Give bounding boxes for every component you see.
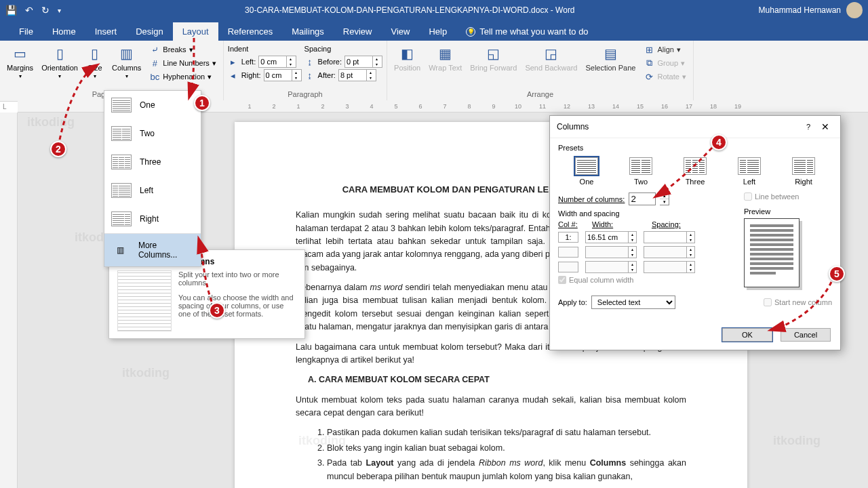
columns-button[interactable]: ▥Columns▾: [109, 43, 144, 89]
numcols-label: Number of columns:: [558, 195, 625, 203]
group-label-paragraph: Paragraph: [228, 89, 382, 98]
preset-right[interactable]: Right: [782, 157, 825, 186]
colnum-header: Col #:: [558, 220, 585, 228]
tooltip-text-1: Split your text into two or more columns…: [178, 270, 296, 287]
numcols-input[interactable]: [629, 192, 656, 205]
indent-left-icon: ▸: [228, 56, 239, 67]
avatar[interactable]: [846, 2, 863, 18]
col1-spacing[interactable]: [644, 231, 687, 243]
tooltip-preview-image: [117, 270, 172, 331]
orientation-button[interactable]: ▯Orientation▾: [39, 43, 81, 89]
indent-left-label: Left:: [241, 58, 256, 66]
width-header: Width:: [592, 220, 645, 228]
redo-icon[interactable]: ↻: [41, 5, 50, 16]
dialog-title: Columns: [557, 122, 800, 131]
columns-two[interactable]: Two: [104, 119, 201, 148]
list-item: Pada tab Layout yang ada di jendela Ribb…: [327, 457, 686, 483]
quick-access-toolbar: 💾 ↶ ↻ ▾: [5, 5, 61, 16]
start-new-column-checkbox[interactable]: Start new column: [764, 298, 832, 306]
tab-file[interactable]: File: [9, 22, 43, 41]
document-title: 30-CARA-MEMBUAT-KOLOM-DAN-PENGATURAN-LEN…: [61, 5, 759, 15]
linenumbers-button[interactable]: #Line Numbers▾: [146, 57, 218, 69]
group-objects-button: ⧉Group▾: [641, 57, 688, 69]
col1-width[interactable]: [585, 231, 629, 243]
tab-references[interactable]: References: [218, 22, 282, 41]
line-between-checkbox[interactable]: Line between: [744, 192, 832, 201]
annotation-badge-1: 1: [194, 95, 210, 111]
dialog-close-icon[interactable]: ✕: [817, 121, 833, 132]
annotation-badge-4: 4: [711, 134, 727, 150]
indent-left-input[interactable]: ▴▾: [258, 56, 296, 68]
preset-three[interactable]: Three: [673, 157, 717, 186]
ruler-vertical[interactable]: [0, 113, 18, 488]
spacing-after-input[interactable]: ▴▾: [338, 69, 376, 81]
columns-dialog: Columns ? ✕ Presets One Two Three Left R…: [549, 115, 841, 350]
tell-me-search[interactable]: 💡 Tell me what you want to do: [456, 22, 597, 41]
col3-spacing: [644, 261, 687, 273]
spacing-before-input[interactable]: ▴▾: [344, 56, 382, 68]
size-button[interactable]: ▯Size▾: [83, 43, 106, 89]
ribbon-tab-row: File Home Insert Design Layout Reference…: [0, 20, 868, 41]
preview-label: Preview: [744, 207, 832, 216]
tab-layout[interactable]: Layout: [173, 22, 218, 41]
tab-review[interactable]: Review: [334, 22, 382, 41]
preset-one[interactable]: One: [565, 157, 608, 186]
applyto-select[interactable]: Selected text: [591, 296, 675, 309]
list-item: Pastikan pada dokumen kalian sudah teris…: [327, 426, 686, 439]
columns-dropdown-menu: One Two Three Left Right ▥More Columns..…: [104, 90, 201, 267]
tab-insert[interactable]: Insert: [85, 22, 127, 41]
cancel-button[interactable]: Cancel: [781, 328, 831, 342]
selectionpane-button[interactable]: ▤Selection Pane: [583, 43, 638, 89]
list-item: Blok teks yang ingin kalian buat sebagai…: [327, 442, 686, 455]
indent-right-label: Right:: [241, 71, 261, 79]
indent-right-icon: ◂: [228, 70, 239, 81]
list-item: Klik salah satu sesuai keinginan kalian …: [327, 485, 686, 488]
spacing-header: Spacing:: [652, 220, 705, 228]
tab-selector-icon[interactable]: L: [3, 103, 7, 110]
undo-icon[interactable]: ↶: [25, 5, 33, 16]
col3-num: [558, 262, 578, 272]
preset-left[interactable]: Left: [728, 157, 771, 186]
preset-two[interactable]: Two: [619, 157, 663, 186]
tab-view[interactable]: View: [381, 22, 419, 41]
indent-right-input[interactable]: ▴▾: [264, 69, 302, 81]
columns-one[interactable]: One: [104, 91, 201, 119]
tab-help[interactable]: Help: [419, 22, 456, 41]
col2-spacing: [644, 246, 687, 258]
col1-num[interactable]: [558, 232, 578, 243]
account-username[interactable]: Muhammad Hernawan: [759, 5, 841, 15]
annotation-badge-3: 3: [209, 302, 225, 319]
margins-button[interactable]: ▭Margins▾: [4, 43, 36, 89]
columns-left[interactable]: Left: [104, 176, 201, 205]
annotation-badge-5: 5: [829, 266, 845, 282]
equal-width-checkbox[interactable]: Equal column width: [558, 276, 730, 284]
width-spacing-label: Width and spacing: [558, 209, 730, 218]
columns-right[interactable]: Right: [104, 205, 201, 233]
group-label-arrange: Arrange: [391, 89, 689, 98]
indent-label: Indent: [228, 45, 302, 54]
ok-button[interactable]: OK: [722, 328, 772, 342]
presets-label: Presets: [558, 144, 832, 152]
preview-page: [744, 218, 800, 287]
hyphenation-button[interactable]: bcHyphenation▾: [146, 70, 218, 83]
position-button: ◧Position: [391, 43, 423, 89]
group-paragraph: Indent ▸Left:▴▾ ◂Right:▴▾ Spacing ↨Befor…: [224, 41, 387, 101]
col2-width: [585, 246, 629, 258]
tab-design[interactable]: Design: [126, 22, 172, 41]
tell-me-label: Tell me what you want to do: [479, 26, 588, 37]
dialog-help-icon[interactable]: ?: [800, 123, 817, 131]
breaks-button[interactable]: ⤶Breaks▾: [146, 43, 218, 56]
save-icon[interactable]: 💾: [5, 5, 17, 16]
columns-three[interactable]: Three: [104, 148, 201, 176]
numcols-down[interactable]: ▾: [660, 199, 669, 205]
annotation-badge-2: 2: [50, 141, 66, 157]
tab-home[interactable]: Home: [43, 22, 85, 41]
columns-more[interactable]: ▥More Columns...: [104, 234, 201, 266]
align-button[interactable]: ⊞Align▾: [641, 43, 688, 56]
numcols-up[interactable]: ▴: [660, 193, 669, 199]
spacing-before-label: Before:: [318, 58, 342, 66]
col2-num: [558, 247, 578, 258]
title-bar: 💾 ↶ ↻ ▾ 30-CARA-MEMBUAT-KOLOM-DAN-PENGAT…: [0, 0, 868, 20]
tab-mailings[interactable]: Mailings: [282, 22, 334, 41]
lightbulb-icon: 💡: [466, 27, 475, 37]
